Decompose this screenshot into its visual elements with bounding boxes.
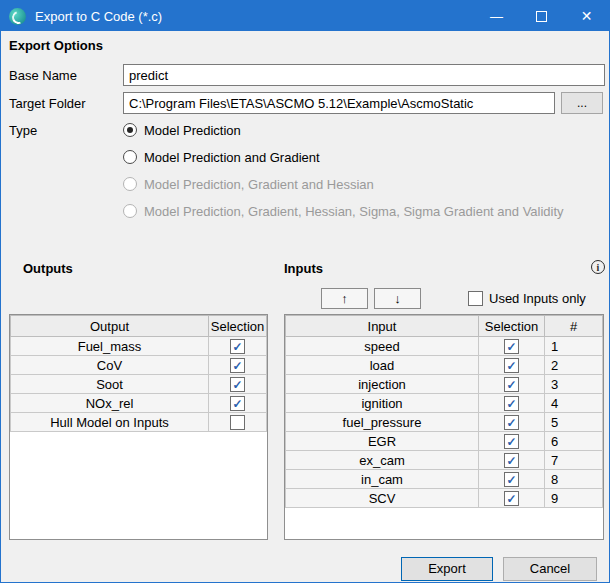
info-glyph: i bbox=[597, 262, 600, 273]
browse-button[interactable]: ... bbox=[561, 92, 603, 114]
inputs-col-input: Input bbox=[286, 316, 479, 337]
row-checkbox[interactable]: ✓ bbox=[504, 377, 519, 392]
output-selection-cell: ✓ bbox=[209, 394, 267, 413]
move-down-button[interactable]: ↓ bbox=[374, 288, 421, 309]
base-name-input[interactable] bbox=[123, 64, 605, 86]
table-row: Soot ✓ bbox=[11, 375, 267, 394]
radio-model-prediction-full[interactable]: Model Prediction, Gradient, Hessian, Sig… bbox=[123, 202, 564, 220]
row-checkbox[interactable]: ✓ bbox=[504, 415, 519, 430]
table-row: fuel_pressure ✓ 5 bbox=[286, 413, 603, 432]
input-name: in_cam bbox=[286, 470, 479, 489]
base-name-label: Base Name bbox=[9, 68, 77, 83]
input-name: speed bbox=[286, 337, 479, 356]
minimize-button[interactable]: — bbox=[474, 1, 519, 31]
output-name: Fuel_mass bbox=[11, 337, 209, 356]
inputs-col-selection: Selection bbox=[479, 316, 545, 337]
export-dialog: Export to C Code (*.c) — ✕ Export Option… bbox=[0, 0, 610, 583]
row-checkbox[interactable]: ✓ bbox=[230, 339, 245, 354]
info-icon[interactable]: i bbox=[591, 260, 605, 274]
row-checkbox[interactable]: ✓ bbox=[504, 434, 519, 449]
move-up-button[interactable]: ↑ bbox=[321, 288, 368, 309]
checkbox-icon: ✓ bbox=[468, 291, 483, 306]
output-selection-cell: ✓ bbox=[209, 413, 267, 432]
table-row: EGR ✓ 6 bbox=[286, 432, 603, 451]
used-inputs-only-label: Used Inputs only bbox=[489, 291, 586, 306]
row-checkbox[interactable]: ✓ bbox=[504, 396, 519, 411]
radio-icon bbox=[123, 204, 137, 218]
input-number: 6 bbox=[545, 432, 603, 451]
app-icon bbox=[9, 8, 26, 25]
close-icon: ✕ bbox=[581, 8, 593, 24]
maximize-button[interactable] bbox=[519, 1, 564, 31]
input-name: injection bbox=[286, 375, 479, 394]
row-checkbox[interactable]: ✓ bbox=[230, 396, 245, 411]
input-number: 2 bbox=[545, 356, 603, 375]
row-checkbox[interactable]: ✓ bbox=[230, 415, 245, 430]
input-selection-cell: ✓ bbox=[479, 413, 545, 432]
row-checkbox[interactable]: ✓ bbox=[504, 453, 519, 468]
radio-icon bbox=[123, 177, 137, 191]
radio-model-prediction-gradient-hessian[interactable]: Model Prediction, Gradient and Hessian bbox=[123, 175, 564, 193]
row-checkbox[interactable]: ✓ bbox=[504, 358, 519, 373]
radio-icon bbox=[123, 150, 137, 164]
target-folder-input[interactable] bbox=[123, 92, 555, 114]
input-selection-cell: ✓ bbox=[479, 489, 545, 508]
radio-label: Model Prediction, Gradient and Hessian bbox=[144, 177, 374, 192]
input-number: 8 bbox=[545, 470, 603, 489]
output-selection-cell: ✓ bbox=[209, 356, 267, 375]
inputs-table: Input Selection # speed ✓ 1 load ✓ 2 inj… bbox=[284, 314, 604, 540]
table-header-row: Input Selection # bbox=[286, 316, 603, 337]
output-name: NOx_rel bbox=[11, 394, 209, 413]
row-checkbox[interactable]: ✓ bbox=[504, 491, 519, 506]
input-name: ex_cam bbox=[286, 451, 479, 470]
radio-icon bbox=[123, 123, 137, 137]
close-button[interactable]: ✕ bbox=[564, 1, 609, 31]
input-number: 4 bbox=[545, 394, 603, 413]
outputs-col-selection: Selection bbox=[209, 316, 267, 337]
output-name: Soot bbox=[11, 375, 209, 394]
input-name: load bbox=[286, 356, 479, 375]
table-row: speed ✓ 1 bbox=[286, 337, 603, 356]
radio-label: Model Prediction bbox=[144, 123, 241, 138]
table-row: ex_cam ✓ 7 bbox=[286, 451, 603, 470]
row-checkbox[interactable]: ✓ bbox=[504, 472, 519, 487]
input-number: 3 bbox=[545, 375, 603, 394]
inputs-heading: Inputs bbox=[284, 261, 323, 276]
input-selection-cell: ✓ bbox=[479, 432, 545, 451]
window-title: Export to C Code (*.c) bbox=[35, 9, 162, 24]
table-row: in_cam ✓ 8 bbox=[286, 470, 603, 489]
input-selection-cell: ✓ bbox=[479, 337, 545, 356]
output-selection-cell: ✓ bbox=[209, 375, 267, 394]
export-button[interactable]: Export bbox=[401, 557, 493, 581]
type-radio-group: Model Prediction Model Prediction and Gr… bbox=[123, 121, 564, 229]
output-selection-cell: ✓ bbox=[209, 337, 267, 356]
input-name: SCV bbox=[286, 489, 479, 508]
radio-model-prediction-gradient[interactable]: Model Prediction and Gradient bbox=[123, 148, 564, 166]
table-row: injection ✓ 3 bbox=[286, 375, 603, 394]
table-row: ignition ✓ 4 bbox=[286, 394, 603, 413]
page-title: Export Options bbox=[9, 38, 103, 53]
row-checkbox[interactable]: ✓ bbox=[230, 358, 245, 373]
row-checkbox[interactable]: ✓ bbox=[230, 377, 245, 392]
table-row: load ✓ 2 bbox=[286, 356, 603, 375]
input-selection-cell: ✓ bbox=[479, 451, 545, 470]
inputs-col-number: # bbox=[545, 316, 603, 337]
input-number: 1 bbox=[545, 337, 603, 356]
target-folder-label: Target Folder bbox=[9, 96, 86, 111]
titlebar[interactable]: Export to C Code (*.c) — ✕ bbox=[1, 1, 609, 31]
input-number: 9 bbox=[545, 489, 603, 508]
outputs-heading: Outputs bbox=[23, 261, 73, 276]
table-row: Hull Model on Inputs ✓ bbox=[11, 413, 267, 432]
output-name: Hull Model on Inputs bbox=[11, 413, 209, 432]
row-checkbox[interactable]: ✓ bbox=[504, 339, 519, 354]
radio-label: Model Prediction, Gradient, Hessian, Sig… bbox=[144, 204, 564, 219]
radio-label: Model Prediction and Gradient bbox=[144, 150, 320, 165]
minimize-icon: — bbox=[490, 9, 503, 24]
output-name: CoV bbox=[11, 356, 209, 375]
used-inputs-only-checkbox[interactable]: ✓ Used Inputs only bbox=[468, 291, 586, 306]
window-controls: — ✕ bbox=[474, 1, 609, 31]
input-name: ignition bbox=[286, 394, 479, 413]
radio-model-prediction[interactable]: Model Prediction bbox=[123, 121, 564, 139]
cancel-button[interactable]: Cancel bbox=[503, 557, 597, 581]
table-header-row: Output Selection bbox=[11, 316, 267, 337]
